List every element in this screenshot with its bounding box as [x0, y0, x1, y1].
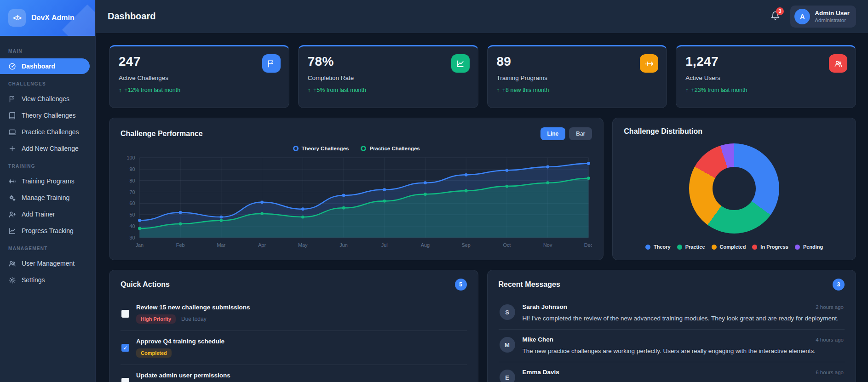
svg-text:Mar: Mar: [217, 242, 226, 248]
legend-ring-icon: [361, 146, 366, 151]
legend-dot-icon: [677, 245, 682, 250]
message-time: 6 hours ago: [816, 370, 844, 375]
sidebar-item-settings[interactable]: Settings: [0, 272, 95, 288]
legend-theory-challenges[interactable]: Theory Challenges: [293, 146, 349, 151]
sidebar-item-label: Dashboard: [22, 63, 55, 70]
sidebar-item-add-new-challenge[interactable]: Add New Challenge: [0, 141, 95, 156]
stat-trend: ↑ +23% from last month: [685, 87, 846, 93]
sidebar-item-label: User Management: [22, 260, 75, 267]
svg-text:90: 90: [129, 166, 135, 172]
svg-text:Sep: Sep: [462, 242, 471, 248]
trend-text: +23% from last month: [691, 87, 747, 93]
sidebar-item-label: Manage Training: [22, 194, 69, 201]
legend-completed[interactable]: Completed: [712, 244, 746, 250]
sidebar-item-label: Progress Tracking: [22, 227, 74, 234]
stat-value: 247: [119, 54, 280, 69]
book-icon: [8, 112, 16, 120]
bar-toggle-button[interactable]: Bar: [569, 127, 592, 140]
user-plus-icon: [8, 211, 16, 218]
stat-card-active-users: 1,247 Active Users ↑ +23% from last mont…: [676, 45, 856, 108]
stat-trend: ↑ +5% from last month: [308, 87, 469, 93]
legend-in-progress[interactable]: In Progress: [752, 244, 788, 250]
sidebar-item-add-trainer[interactable]: Add Trainer: [0, 206, 95, 222]
notification-badge: 3: [776, 7, 784, 15]
chart-icon: [451, 54, 470, 73]
charts-row: Challenge Performance Line Bar Theory Ch…: [109, 118, 856, 260]
sender-name: Emma Davis: [523, 369, 559, 376]
trend-text: +12% from last month: [124, 87, 180, 93]
task-checkbox[interactable]: [121, 378, 129, 382]
sidebar-item-label: Theory Challenges: [22, 112, 76, 119]
users-icon: [8, 260, 16, 268]
task-badge: High Priority: [136, 314, 176, 324]
legend-label: Theory: [654, 244, 671, 250]
stat-label: Training Programs: [497, 74, 658, 81]
sidebar-item-user-management[interactable]: User Management: [0, 256, 95, 271]
legend-practice-challenges[interactable]: Practice Challenges: [361, 146, 420, 151]
stat-label: Active Users: [685, 74, 846, 81]
top-bar: Dashboard 3 A Admin User Administrator: [96, 0, 868, 33]
avatar: M: [500, 337, 515, 353]
svg-text:70: 70: [129, 189, 135, 194]
task-checkbox[interactable]: [121, 310, 129, 318]
notifications-button[interactable]: 3: [770, 11, 780, 22]
svg-text:50: 50: [129, 212, 135, 217]
legend-practice[interactable]: Practice: [677, 244, 705, 250]
legend-label: Practice: [685, 244, 705, 250]
sidebar-item-dashboard[interactable]: Dashboard: [0, 58, 90, 74]
sidebar-item-theory-challenges[interactable]: Theory Challenges: [0, 108, 95, 123]
message-text: Hi! I've completed the review of the new…: [523, 314, 844, 323]
svg-text:100: 100: [126, 155, 135, 160]
legend-pending[interactable]: Pending: [795, 244, 823, 250]
legend-label: In Progress: [760, 244, 788, 250]
distribution-legend: Theory Practice Completed In Progress Pe…: [624, 241, 845, 251]
task-title: Review 15 new challenge submissions: [136, 304, 250, 311]
svg-text:30: 30: [129, 235, 135, 240]
message-item[interactable]: S Sarah Johnson 2 hours ago Hi! I've com…: [499, 297, 845, 330]
legend-dot-icon: [645, 245, 650, 250]
task-note: Due today: [181, 316, 207, 322]
sender-name: Sarah Johnson: [523, 303, 568, 310]
chart-icon: [8, 227, 16, 235]
message-item[interactable]: M Mike Chen 4 hours ago The new practice…: [499, 330, 845, 362]
flag-icon: [262, 54, 281, 73]
page-title: Dashboard: [108, 11, 155, 22]
stat-label: Completion Rate: [308, 74, 469, 81]
sidebar-item-manage-training[interactable]: Manage Training: [0, 190, 95, 205]
message-item[interactable]: E Emma Davis 6 hours ago: [499, 362, 845, 382]
task-checkbox[interactable]: ✓: [121, 344, 129, 352]
svg-text:80: 80: [129, 178, 135, 183]
sender-name: Mike Chen: [523, 336, 554, 343]
svg-text:Jan: Jan: [136, 242, 144, 248]
sidebar-item-training-programs[interactable]: Training Programs: [0, 173, 95, 189]
sidebar-nav: MAIN Dashboard CHALLENGES View Challenge…: [0, 36, 95, 289]
line-toggle-button[interactable]: Line: [540, 127, 566, 140]
svg-text:Jun: Jun: [339, 242, 347, 248]
recent-messages-title: Recent Messages: [499, 280, 560, 289]
stat-card-active-challenges: 247 Active Challenges ↑ +12% from last m…: [109, 45, 289, 108]
legend-theory[interactable]: Theory: [645, 244, 671, 250]
sidebar-item-label: Add Trainer: [22, 211, 55, 218]
legend-ring-icon: [293, 146, 299, 151]
recent-messages-card: Recent Messages 3 S Sarah Johnson 2 hour…: [487, 270, 857, 382]
sidebar-item-label: Practice Challenges: [22, 128, 79, 136]
donut-chart: [689, 143, 779, 234]
challenge-performance-card: Challenge Performance Line Bar Theory Ch…: [109, 118, 604, 260]
sidebar-item-label: View Challenges: [22, 95, 69, 103]
svg-text:40: 40: [129, 223, 135, 229]
stat-label: Active Challenges: [119, 74, 280, 81]
sidebar-item-practice-challenges[interactable]: Practice Challenges: [0, 124, 95, 140]
svg-text:Oct: Oct: [503, 242, 511, 248]
sidebar-section-label-main: MAIN: [0, 42, 95, 57]
user-role: Administrator: [815, 17, 850, 23]
sidebar-item-progress-tracking[interactable]: Progress Tracking: [0, 223, 95, 239]
sidebar-item-view-challenges[interactable]: View Challenges: [0, 91, 95, 107]
app-name: DevX Admin: [31, 14, 75, 22]
user-menu[interactable]: A Admin User Administrator: [790, 6, 856, 28]
sidebar-item-label: Settings: [22, 276, 45, 284]
app-brand: </> DevX Admin: [0, 0, 95, 36]
sidebar: </> DevX Admin MAIN Dashboard CHALLENGES…: [0, 0, 96, 382]
message-time: 2 hours ago: [816, 304, 844, 310]
legend-dot-icon: [752, 245, 757, 250]
svg-text:Feb: Feb: [176, 242, 185, 248]
